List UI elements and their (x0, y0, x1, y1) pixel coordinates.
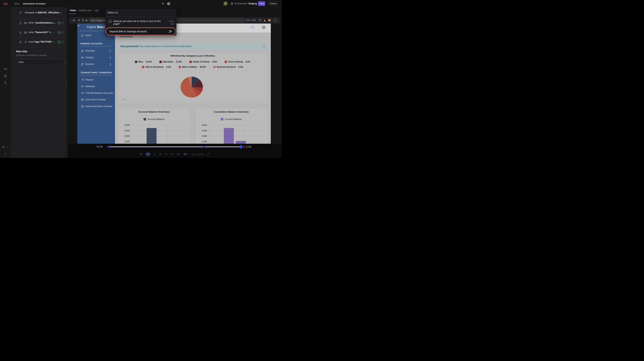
navigate-step[interactable]: Navigate to ${BASE_URL}/ban… (19, 11, 64, 14)
speed-8x-button[interactable]: 8x (171, 153, 173, 156)
legend-swatch (142, 66, 144, 68)
bank-section-transactions: TRANSACTIONS / TRANSFERS (80, 71, 112, 74)
legend-label: Food & Dining (228, 60, 243, 63)
dialog-title: Relicx AI (108, 11, 118, 14)
speed-4x-button[interactable]: 4x (165, 153, 168, 156)
bar-chart-plot (208, 125, 263, 144)
step-row-1[interactable]: 1 Write "jsmith@demo.i… (11, 18, 67, 28)
chrome-logo-glyph (268, 19, 271, 21)
help-icon[interactable]: ? (167, 0, 170, 7)
bank-nav-mastercard-transfer[interactable]: Mastercard Direct Transfer (77, 104, 115, 108)
breadcrumb-separator-icon: › (21, 2, 22, 5)
speed-2x-button[interactable]: 2x (159, 153, 162, 156)
alert-close-icon[interactable]: ✕ (263, 45, 265, 48)
info-glyph: i (274, 19, 277, 22)
pie-chart (180, 76, 204, 98)
pie-chart-title: Withdraw By Category (Last 3 Months) (118, 54, 268, 57)
command-select[interactable]: Click (16, 59, 67, 65)
bank-nav-deposit[interactable]: Deposit (77, 78, 115, 82)
bank-user-avatar[interactable] (262, 25, 266, 29)
server-icon (230, 2, 233, 5)
bug-report-icon[interactable] (161, 0, 164, 7)
bank-nav-external[interactable]: External ❯ (77, 62, 115, 66)
cancel-button[interactable]: Cancel (268, 1, 278, 6)
sign-in-icon (81, 79, 84, 81)
add-icon[interactable]: + (0, 152, 11, 156)
legend-label: Account Balance (148, 118, 164, 120)
bar-chart-title: Cumulative Balance Summary (195, 110, 268, 113)
edit-pencil-icon[interactable] (62, 31, 64, 33)
environment-label: Environment (234, 2, 247, 5)
bar-chart-title: Account Balance Summary (118, 110, 190, 113)
legend-swatch (160, 61, 162, 63)
select-chevrons-icon (64, 61, 65, 63)
send-icon[interactable] (169, 30, 172, 33)
fullscreen-icon[interactable] (207, 153, 210, 156)
speed-16x-button[interactable]: 16x (176, 153, 180, 156)
passed-check-icon (58, 31, 61, 34)
bank-nav-label: Withdraw (86, 85, 95, 88)
edit-pencil-icon[interactable] (62, 21, 64, 24)
save-button[interactable]: Save (258, 1, 265, 6)
panel-resize-handle[interactable] (66, 81, 68, 85)
y-tick: 2,000 (196, 140, 207, 143)
test-flask-icon[interactable] (0, 81, 11, 84)
skip-inactive-toggle[interactable] (184, 153, 188, 155)
live-dot (243, 146, 245, 147)
live-label: LIVE (246, 145, 252, 148)
tab-video[interactable]: Video (70, 9, 76, 14)
cumulative-balance-card: Cumulative Balance Summary Account Balan… (195, 108, 268, 144)
bank-nav-savings[interactable]: Savings ❯ (77, 55, 115, 60)
environment-selector[interactable]: Environment Staging (230, 0, 257, 7)
help-glyph: ? (167, 2, 170, 5)
credit-card-icon (81, 105, 84, 107)
alert-text: Holy guacamole! You should check in on s… (120, 45, 192, 48)
forward-icon[interactable] (77, 17, 80, 23)
passed-check-icon (58, 40, 61, 44)
bank-nav-withdraw[interactable]: Withdraw (77, 84, 115, 88)
user-avatar[interactable]: B (223, 1, 228, 6)
pie-chart-card: Withdraw By Category (Last 3 Months) Mis… (118, 52, 268, 104)
step-row-3[interactable]: 3 Click Tag="BUTTON" … (11, 37, 67, 47)
legend-label: Education (163, 60, 173, 63)
app-logo[interactable]: cx (0, 0, 11, 7)
active-tab-indicator (69, 13, 76, 14)
bank-nav-visa-transfer[interactable]: VISA Direct Transfer (77, 97, 115, 102)
legend-swatch (144, 118, 146, 120)
breadcrumb-tests[interactable]: Tests (14, 2, 20, 5)
sparkline-icon[interactable] (122, 98, 128, 100)
breadcrumb-current: Interactive AI trainer (23, 2, 46, 5)
bank-nav-label: Checking (85, 49, 95, 52)
pie-legend-item: Health & Fitness6.8% (190, 60, 217, 63)
bank-nav-transfer[interactable]: Transfer Between Accounts (77, 91, 115, 95)
bank-nav-checking[interactable]: Checking ❯ (77, 49, 115, 53)
playhead-handle[interactable] (239, 145, 242, 149)
tab-copilot-view[interactable]: Copilot view (78, 9, 92, 14)
step-row-2[interactable]: 2 Write "Demo123!" in … (11, 28, 67, 37)
playback-time: 01:38 (97, 145, 102, 148)
timeline-scrubber[interactable] (108, 146, 242, 147)
legend-value: 13.3% (176, 60, 182, 63)
session-info-icon[interactable]: i (274, 17, 277, 23)
step-number-badge: 3 (18, 40, 22, 44)
assistant-message: what do you want me to verify or test on… (114, 20, 166, 25)
legend-label: Health & Fitness (193, 60, 210, 63)
monitor-icon[interactable] (259, 17, 262, 23)
bar-chart-plot (131, 125, 186, 144)
legend-swatch (190, 61, 192, 63)
video-recorder-icon[interactable] (0, 68, 11, 70)
back-icon[interactable] (73, 17, 76, 23)
legend-swatch (135, 61, 137, 63)
play-icon[interactable] (140, 153, 142, 156)
steps-panel: Navigate to ${BASE_URL}/ban… 1 Write "js… (11, 7, 67, 158)
tab-log[interactable]: Log (94, 9, 98, 14)
banknote-icon (81, 56, 84, 58)
reload-icon[interactable] (82, 17, 84, 23)
bank-help-icon[interactable]: ? (251, 26, 254, 29)
edit-pencil-icon[interactable] (62, 40, 64, 43)
bank-nav-label: External (85, 63, 94, 65)
prompt-input[interactable]: Deposit $40 to Savings Account (106, 27, 176, 35)
speed-0.5x-button[interactable]: 0.5x (146, 152, 150, 157)
workflow-icon[interactable] (0, 74, 11, 77)
speed-1x-button[interactable]: 1x (154, 153, 156, 156)
